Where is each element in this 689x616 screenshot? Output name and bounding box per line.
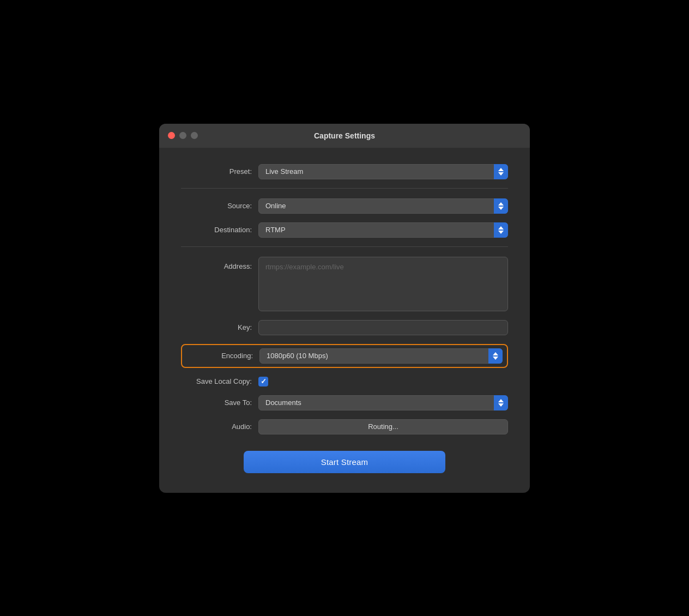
encoding-select[interactable]: 720p30 (3 Mbps) 720p60 (5 Mbps) 1080p30 … — [259, 348, 503, 364]
window-title: Capture Settings — [314, 131, 375, 140]
minimize-button[interactable] — [179, 132, 186, 139]
save-local-copy-label: Save Local Copy: — [181, 377, 252, 385]
destination-label: Destination: — [181, 226, 252, 234]
save-to-select-wrapper: Documents Desktop Movies Custom... — [258, 395, 508, 410]
routing-button[interactable]: Routing... — [258, 419, 508, 434]
save-to-select[interactable]: Documents Desktop Movies Custom... — [258, 395, 508, 410]
source-label: Source: — [181, 202, 252, 210]
save-local-copy-row: Save Local Copy: — [181, 377, 508, 386]
preset-select-wrapper: Live Stream Recording Custom — [258, 164, 508, 179]
key-row: Key: — [181, 320, 508, 335]
source-select[interactable]: Online Local Network — [258, 198, 508, 214]
titlebar: Capture Settings — [159, 124, 530, 148]
start-stream-button[interactable]: Start Stream — [244, 451, 445, 473]
destination-select-wrapper: RTMP RTMPS HLS SRT — [258, 222, 508, 238]
capture-settings-window: Capture Settings Preset: Live Stream Rec… — [159, 124, 530, 493]
preset-select[interactable]: Live Stream Recording Custom — [258, 164, 508, 179]
separator-1 — [181, 188, 508, 189]
encoding-label: Encoding: — [182, 352, 253, 360]
destination-select[interactable]: RTMP RTMPS HLS SRT — [258, 222, 508, 238]
save-to-row: Save To: Documents Desktop Movies Custom… — [181, 395, 508, 410]
save-to-label: Save To: — [181, 398, 252, 407]
preset-row: Preset: Live Stream Recording Custom — [181, 164, 508, 179]
form-content: Preset: Live Stream Recording Custom Sou… — [159, 148, 530, 493]
address-label: Address: — [181, 257, 252, 270]
source-row: Source: Online Local Network — [181, 198, 508, 214]
encoding-select-wrapper: 720p30 (3 Mbps) 720p60 (5 Mbps) 1080p30 … — [259, 348, 503, 364]
maximize-button[interactable] — [191, 132, 198, 139]
audio-row: Audio: Routing... — [181, 419, 508, 434]
address-input[interactable] — [258, 257, 508, 311]
address-row: Address: — [181, 257, 508, 311]
save-local-copy-checkbox[interactable] — [258, 377, 268, 386]
audio-label: Audio: — [181, 422, 252, 431]
destination-row: Destination: RTMP RTMPS HLS SRT — [181, 222, 508, 238]
source-select-wrapper: Online Local Network — [258, 198, 508, 214]
close-button[interactable] — [168, 132, 175, 139]
preset-label: Preset: — [181, 167, 252, 176]
separator-2 — [181, 246, 508, 247]
encoding-row: Encoding: 720p30 (3 Mbps) 720p60 (5 Mbps… — [181, 344, 508, 368]
key-input[interactable] — [258, 320, 508, 335]
traffic-lights — [168, 132, 198, 139]
key-label: Key: — [181, 323, 252, 331]
